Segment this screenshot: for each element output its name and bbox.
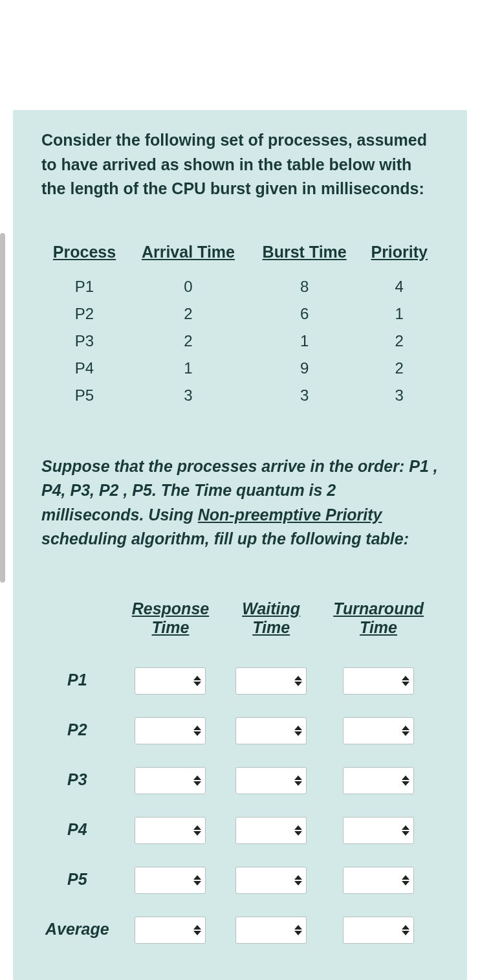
answer-row-label: Average	[41, 904, 117, 954]
number-stepper[interactable]	[235, 767, 307, 794]
chevron-up-icon[interactable]	[402, 726, 409, 730]
table-row: P4 1 9 2	[41, 355, 439, 382]
cell-process: P1	[41, 273, 127, 300]
cell-priority: 4	[360, 273, 439, 300]
chevron-down-icon[interactable]	[402, 881, 409, 885]
chevron-up-icon[interactable]	[402, 875, 409, 880]
number-stepper[interactable]	[235, 667, 307, 695]
stepper-arrows[interactable]	[294, 676, 302, 686]
number-stepper[interactable]	[343, 867, 414, 894]
stepper-arrows[interactable]	[402, 925, 409, 935]
chevron-down-icon[interactable]	[193, 831, 201, 836]
chevron-up-icon[interactable]	[294, 825, 302, 830]
stepper-arrows[interactable]	[402, 875, 409, 885]
answer-cell	[318, 805, 439, 854]
cell-arrival: 2	[127, 300, 249, 328]
stepper-arrows[interactable]	[193, 825, 201, 836]
cell-burst: 3	[249, 382, 360, 409]
number-stepper[interactable]	[343, 817, 414, 844]
chevron-down-icon[interactable]	[294, 682, 302, 686]
stepper-arrows[interactable]	[294, 775, 302, 786]
chevron-down-icon[interactable]	[294, 931, 302, 935]
number-stepper[interactable]	[135, 717, 206, 744]
number-stepper[interactable]	[343, 767, 414, 794]
chevron-down-icon[interactable]	[193, 931, 201, 935]
stepper-arrows[interactable]	[294, 825, 302, 836]
chevron-up-icon[interactable]	[193, 825, 201, 830]
answer-cell	[318, 705, 439, 755]
chevron-down-icon[interactable]	[193, 731, 201, 736]
chevron-up-icon[interactable]	[402, 775, 409, 780]
cell-burst: 6	[249, 300, 360, 328]
chevron-up-icon[interactable]	[294, 726, 302, 730]
chevron-down-icon[interactable]	[193, 881, 201, 885]
stepper-arrows[interactable]	[294, 925, 302, 935]
header-response-time: Response Time	[117, 597, 224, 655]
chevron-down-icon[interactable]	[294, 781, 302, 786]
number-stepper[interactable]	[135, 917, 206, 944]
chevron-down-icon[interactable]	[193, 781, 201, 786]
answer-cell	[318, 755, 439, 805]
answer-row: P2	[41, 705, 439, 755]
number-stepper[interactable]	[235, 717, 307, 744]
chevron-up-icon[interactable]	[402, 825, 409, 830]
cell-arrival: 0	[127, 273, 249, 300]
number-stepper[interactable]	[343, 717, 414, 744]
chevron-up-icon[interactable]	[193, 925, 201, 930]
chevron-down-icon[interactable]	[402, 931, 409, 935]
stepper-arrows[interactable]	[294, 726, 302, 736]
chevron-up-icon[interactable]	[294, 775, 302, 780]
chevron-down-icon[interactable]	[294, 731, 302, 736]
table-row: P2 2 6 1	[41, 300, 439, 328]
cell-priority: 2	[360, 328, 439, 355]
stepper-arrows[interactable]	[193, 875, 201, 885]
chevron-up-icon[interactable]	[294, 925, 302, 930]
chevron-down-icon[interactable]	[402, 781, 409, 786]
cell-process: P4	[41, 355, 127, 382]
answer-input-table: Response Time Waiting Time Turnaround Ti…	[41, 597, 439, 954]
stepper-arrows[interactable]	[193, 775, 201, 786]
chevron-down-icon[interactable]	[402, 731, 409, 736]
chevron-up-icon[interactable]	[402, 925, 409, 930]
chevron-up-icon[interactable]	[193, 726, 201, 730]
chevron-down-icon[interactable]	[193, 682, 201, 686]
stepper-arrows[interactable]	[294, 875, 302, 885]
stepper-arrows[interactable]	[193, 676, 201, 686]
number-stepper[interactable]	[235, 817, 307, 844]
header-burst: Burst Time	[249, 240, 360, 273]
chevron-up-icon[interactable]	[294, 676, 302, 680]
stepper-arrows[interactable]	[402, 825, 409, 836]
stepper-arrows[interactable]	[402, 676, 409, 686]
number-stepper[interactable]	[343, 917, 414, 944]
number-stepper[interactable]	[135, 867, 206, 894]
number-stepper[interactable]	[343, 667, 414, 695]
answer-cell	[224, 705, 318, 755]
cell-priority: 2	[360, 355, 439, 382]
chevron-up-icon[interactable]	[402, 676, 409, 680]
number-stepper[interactable]	[235, 917, 307, 944]
answer-cell	[318, 904, 439, 954]
intro-paragraph: Consider the following set of processes,…	[41, 128, 439, 201]
stepper-arrows[interactable]	[193, 726, 201, 736]
answer-row: P1	[41, 655, 439, 705]
chevron-up-icon[interactable]	[193, 875, 201, 880]
chevron-down-icon[interactable]	[402, 831, 409, 836]
chevron-up-icon[interactable]	[193, 775, 201, 780]
stepper-arrows[interactable]	[402, 775, 409, 786]
stepper-arrows[interactable]	[402, 726, 409, 736]
answer-cell	[224, 755, 318, 805]
chevron-down-icon[interactable]	[294, 881, 302, 885]
number-stepper[interactable]	[135, 767, 206, 794]
table-row: P5 3 3 3	[41, 382, 439, 409]
number-stepper[interactable]	[135, 667, 206, 695]
number-stepper[interactable]	[135, 817, 206, 844]
chevron-up-icon[interactable]	[294, 875, 302, 880]
number-stepper[interactable]	[235, 867, 307, 894]
chevron-down-icon[interactable]	[402, 682, 409, 686]
chevron-down-icon[interactable]	[294, 831, 302, 836]
answer-cell	[117, 904, 224, 954]
answer-row-label: P3	[41, 755, 117, 805]
answer-row-label: P2	[41, 705, 117, 755]
chevron-up-icon[interactable]	[193, 676, 201, 680]
stepper-arrows[interactable]	[193, 925, 201, 935]
